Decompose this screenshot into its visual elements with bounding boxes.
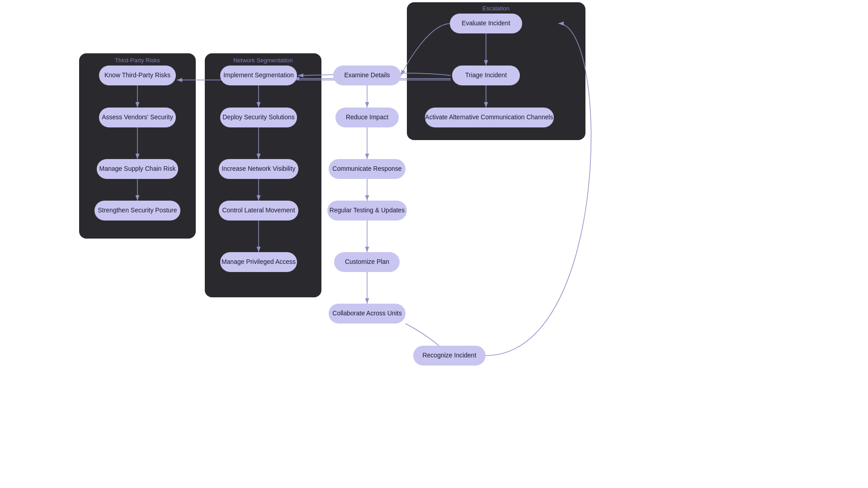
customize-plan-text: Customize Plan <box>345 258 389 265</box>
manage-supply-text: Manage Supply Chain Risk <box>99 165 176 172</box>
assess-vendors-text: Assess Vendors' Security <box>102 113 173 121</box>
network-seg-label: Network Segmentation <box>233 57 293 64</box>
reduce-impact-text: Reduce Impact <box>346 113 388 121</box>
escalation-label: Escalation <box>482 5 509 12</box>
third-party-label: Third-Party Risks <box>115 57 160 64</box>
strengthen-security-text: Strengthen Security Posture <box>98 206 177 214</box>
increase-network-text: Increase Network Visibility <box>222 165 295 172</box>
communicate-response-text: Communicate Response <box>332 165 402 172</box>
manage-privileged-text: Manage Privileged Access <box>222 258 296 265</box>
implement-seg-text: Implement Segmentation <box>223 71 294 79</box>
deploy-security-text: Deploy Security Solutions <box>222 113 295 121</box>
collaborate-text: Collaborate Across Units <box>332 310 401 317</box>
control-lateral-text: Control Lateral Movement <box>222 206 295 214</box>
recognize-incident-text: Recognize Incident <box>422 352 476 359</box>
know-third-party-text: Know Third-Party Risks <box>104 71 170 79</box>
activate-alt-text: Activate Alternative Communication Chann… <box>425 113 553 121</box>
examine-details-text: Examine Details <box>344 71 390 79</box>
triage-incident-text: Triage Incident <box>465 71 507 79</box>
evaluate-incident-text: Evaluate Incident <box>462 19 510 27</box>
main-diagram: Third-Party Risks Network Segmentation E… <box>0 0 868 488</box>
regular-testing-text: Regular Testing & Updates <box>330 206 405 214</box>
